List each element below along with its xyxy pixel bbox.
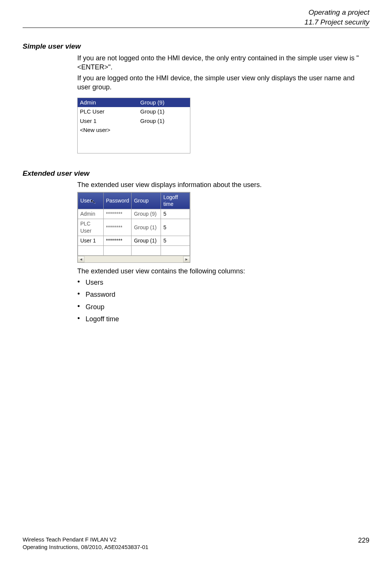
user-cell: PLC User xyxy=(80,108,140,115)
cell-logoff: 5 xyxy=(161,236,190,246)
footer-product: Wireless Teach Pendant F IWLAN V2 xyxy=(23,536,149,543)
extended-paragraph-1: The extended user view displays informat… xyxy=(77,180,369,189)
scroll-track[interactable] xyxy=(84,256,183,262)
col-header-group[interactable]: Group xyxy=(132,192,161,209)
list-item-empty xyxy=(78,135,190,144)
cell-logoff: 5 xyxy=(161,209,190,219)
user-cell: Admin xyxy=(80,99,140,106)
table-row[interactable]: Admin ******** Group (9) 5 xyxy=(78,209,190,219)
cell-user: PLC User xyxy=(78,219,104,236)
group-cell xyxy=(140,126,188,134)
list-item-group: Group xyxy=(77,302,369,311)
column-list: Users Password Group Logoff time xyxy=(77,278,369,324)
user-cell: User 1 xyxy=(80,117,140,125)
col-header-logoff[interactable]: Logoff time xyxy=(161,192,190,209)
col-header-password[interactable]: Password xyxy=(104,192,132,209)
list-item[interactable]: Admin Group (9) xyxy=(78,98,190,107)
simple-user-view-widget[interactable]: Admin Group (9) PLC User Group (1) User … xyxy=(77,98,190,153)
list-item[interactable]: <New user> xyxy=(78,126,190,135)
page-number: 229 xyxy=(358,536,369,545)
running-header: Operating a project 11.7 Project securit… xyxy=(23,8,369,28)
heading-simple-user-view: Simple user view xyxy=(23,41,369,51)
cell-password: ******** xyxy=(104,236,132,246)
heading-extended-user-view: Extended user view xyxy=(23,169,369,178)
list-item[interactable]: PLC User Group (1) xyxy=(78,107,190,116)
cell-user: User 1 xyxy=(78,236,104,246)
cell-password: ******** xyxy=(104,219,132,236)
group-cell: Group (1) xyxy=(140,108,188,115)
list-item[interactable]: User 1 Group (1) xyxy=(78,117,190,126)
cell-group: Group (1) xyxy=(132,236,161,246)
header-section: 11.7 Project security xyxy=(23,17,369,27)
scroll-right-icon[interactable]: ► xyxy=(183,256,190,262)
group-cell: Group (9) xyxy=(140,99,188,106)
extended-user-view-widget[interactable]: ↖ User Password Group Logoff time Admin … xyxy=(77,192,190,263)
cell-user: Admin xyxy=(78,209,104,219)
footer-docinfo: Operating Instructions, 08/2010, A5E0245… xyxy=(23,543,149,551)
list-item-empty xyxy=(78,144,190,153)
group-cell: Group (1) xyxy=(140,117,188,125)
scroll-left-icon[interactable]: ◄ xyxy=(78,256,84,262)
cell-group: Group (9) xyxy=(132,209,161,219)
table-row[interactable]: User 1 ******** Group (1) 5 xyxy=(78,236,190,246)
list-item-users: Users xyxy=(77,278,369,287)
simple-paragraph-2: If you are logged onto the HMI device, t… xyxy=(77,74,369,92)
cell-logoff: 5 xyxy=(161,219,190,236)
horizontal-scrollbar[interactable]: ◄ ► xyxy=(78,256,190,262)
cell-password: ******** xyxy=(104,209,132,219)
table-row[interactable]: PLC User ******** Group (1) 5 xyxy=(78,219,190,236)
header-chapter: Operating a project xyxy=(23,8,369,17)
list-item-password: Password xyxy=(77,290,369,299)
cell-group: Group (1) xyxy=(132,219,161,236)
list-item-logoff: Logoff time xyxy=(77,314,369,324)
user-cell: <New user> xyxy=(80,126,140,134)
extended-columns-intro: The extended user view contains the foll… xyxy=(77,267,369,276)
table-row-empty: . xyxy=(78,245,190,255)
page-footer: Wireless Teach Pendant F IWLAN V2 Operat… xyxy=(23,535,369,551)
simple-paragraph-1: If you are not logged onto the HMI devic… xyxy=(77,54,369,72)
